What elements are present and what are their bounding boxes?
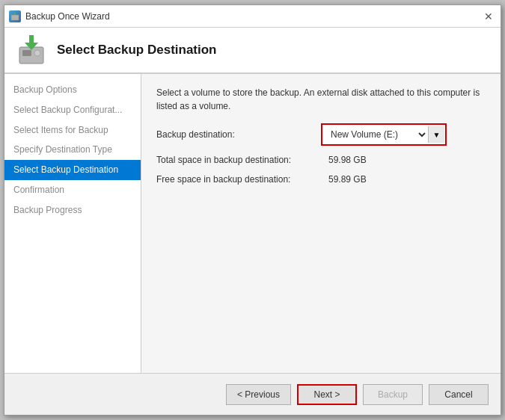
total-space-row: Total space in backup destination: 59.98… <box>156 153 486 167</box>
sidebar-item-backup-progress[interactable]: Backup Progress <box>4 200 141 220</box>
svg-rect-3 <box>22 50 31 56</box>
svg-point-4 <box>34 50 40 56</box>
previous-button[interactable]: < Previous <box>226 384 291 405</box>
dropdown-arrow-icon[interactable]: ▼ <box>428 126 444 143</box>
window-title: Backup Once Wizard <box>25 11 481 22</box>
content-area: Select a volume to store the backup. An … <box>141 74 501 373</box>
sidebar-item-backup-options[interactable]: Backup Options <box>4 80 141 100</box>
backup-destination-label: Backup destination: <box>156 129 313 140</box>
header-disk-icon <box>16 35 46 65</box>
close-button[interactable]: ✕ <box>481 9 496 24</box>
sidebar-item-select-backup-configuration[interactable]: Select Backup Configurat... <box>4 100 141 120</box>
backup-button[interactable]: Backup <box>363 384 423 405</box>
sidebar-item-specify-destination-type[interactable]: Specify Destination Type <box>4 140 141 160</box>
free-space-label: Free space in backup destination: <box>156 174 328 185</box>
sidebar-item-select-backup-destination[interactable]: Select Backup Destination <box>4 160 141 180</box>
sidebar-item-confirmation[interactable]: Confirmation <box>4 180 141 200</box>
next-button[interactable]: Next > <box>297 384 357 405</box>
content-description: Select a volume to store the backup. An … <box>156 86 486 113</box>
wizard-header: Select Backup Destination <box>4 28 501 74</box>
cancel-button[interactable]: Cancel <box>429 384 489 405</box>
total-space-value: 59.98 GB <box>328 155 367 165</box>
free-space-row: Free space in backup destination: 59.89 … <box>156 173 486 186</box>
page-title: Select Backup Destination <box>57 43 217 58</box>
backup-destination-row: Backup destination: New Volume (E:) ▼ <box>156 123 486 146</box>
svg-rect-5 <box>29 35 34 43</box>
svg-rect-0 <box>11 15 19 20</box>
title-bar: Backup Once Wizard ✕ <box>4 5 501 28</box>
app-icon <box>9 10 21 22</box>
total-space-label: Total space in backup destination: <box>156 155 328 165</box>
free-space-value: 59.89 GB <box>328 174 367 185</box>
backup-destination-dropdown-container: New Volume (E:) ▼ <box>321 123 447 146</box>
backup-destination-dropdown[interactable]: New Volume (E:) <box>323 126 428 143</box>
sidebar-item-select-items-for-backup[interactable]: Select Items for Backup <box>4 120 141 140</box>
wizard-footer: < Previous Next > Backup Cancel <box>4 373 501 415</box>
svg-marker-1 <box>13 12 16 15</box>
wizard-window: Backup Once Wizard ✕ Select Backup Desti… <box>4 4 501 416</box>
wizard-body: Backup Options Select Backup Configurat.… <box>4 74 501 373</box>
sidebar: Backup Options Select Backup Configurat.… <box>4 74 141 373</box>
